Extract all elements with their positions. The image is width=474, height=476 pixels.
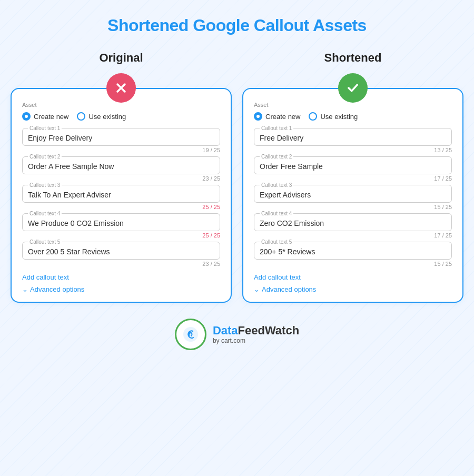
char-count-4: 15 / 25 — [254, 261, 452, 267]
original-advanced-options[interactable]: ⌄ Advanced options — [22, 285, 220, 293]
field-wrapper-3[interactable]: Callout text 4Zero CO2 Emission — [254, 213, 452, 231]
field-value-1: Order Free Sample — [260, 161, 446, 171]
field-label-2: Callout text 3 — [28, 182, 62, 188]
shortened-card: Asset Create new Use existing Callout te… — [242, 88, 463, 303]
logo-sub: by cart.com — [213, 337, 299, 344]
svg-text:f: f — [188, 331, 191, 339]
original-column: Original Asset Create new Use existing — [11, 51, 232, 303]
original-badge — [106, 73, 136, 103]
field-value-2: Expert Advisers — [260, 190, 446, 199]
shortened-radio-create[interactable]: Create new — [254, 112, 300, 121]
char-count-4: 23 / 25 — [22, 261, 220, 267]
field-wrapper-4[interactable]: Callout text 5200+ 5* Reviews — [254, 242, 452, 260]
original-radio-existing[interactable]: Use existing — [77, 112, 126, 121]
char-count-0: 13 / 25 — [254, 147, 452, 153]
shortened-radio-existing[interactable]: Use existing — [309, 112, 358, 121]
char-count-2: 15 / 25 — [254, 204, 452, 210]
footer: f DataFeedWatch by cart.com — [175, 319, 299, 350]
original-radio-create[interactable]: Create new — [22, 112, 68, 121]
field-wrapper-1[interactable]: Callout text 2Order Free Sample — [254, 156, 452, 174]
field-group-2: Callout text 3Expert Advisers15 / 25 — [254, 185, 452, 210]
field-label-3: Callout text 4 — [28, 211, 62, 216]
original-heading: Original — [99, 51, 143, 65]
field-value-4: 200+ 5* Reviews — [260, 246, 446, 256]
field-wrapper-2[interactable]: Callout text 3Talk To An Expert Adviser — [22, 185, 220, 203]
field-label-3: Callout text 4 — [260, 211, 293, 216]
char-count-1: 17 / 25 — [254, 175, 452, 182]
shortened-radio-row: Create new Use existing — [254, 112, 452, 121]
shortened-advanced-options[interactable]: ⌄ Advanced options — [254, 285, 452, 293]
original-fields: Callout text 1Enjoy Free Delivery19 / 25… — [22, 128, 220, 267]
field-value-0: Free Delivery — [260, 133, 446, 142]
page-title: Shortened Google Callout Assets — [107, 16, 367, 35]
field-group-2: Callout text 3Talk To An Expert Adviser2… — [22, 185, 220, 210]
original-add-callout[interactable]: Add callout text — [22, 273, 69, 281]
logo-text: DataFeedWatch by cart.com — [213, 324, 299, 344]
char-count-3: 25 / 25 — [22, 232, 220, 239]
field-wrapper-0[interactable]: Callout text 1Enjoy Free Delivery — [22, 128, 220, 146]
field-group-4: Callout text 5Over 200 5 Star Reviews23 … — [22, 242, 220, 267]
field-label-0: Callout text 1 — [28, 125, 62, 131]
char-count-3: 17 / 25 — [254, 232, 452, 239]
field-label-4: Callout text 5 — [28, 239, 62, 245]
field-group-0: Callout text 1Free Delivery13 / 25 — [254, 128, 452, 153]
field-group-3: Callout text 4Zero CO2 Emission17 / 25 — [254, 213, 452, 239]
field-label-1: Callout text 2 — [28, 154, 62, 160]
field-group-1: Callout text 2Order Free Sample17 / 25 — [254, 156, 452, 182]
char-count-1: 23 / 25 — [22, 175, 220, 182]
field-value-2: Talk To An Expert Adviser — [28, 190, 214, 199]
field-wrapper-4[interactable]: Callout text 5Over 200 5 Star Reviews — [22, 242, 220, 260]
field-value-1: Order A Free Sample Now — [28, 161, 214, 171]
field-label-2: Callout text 3 — [260, 182, 293, 188]
field-wrapper-2[interactable]: Callout text 3Expert Advisers — [254, 185, 452, 203]
shortened-badge — [338, 73, 368, 103]
shortened-add-callout[interactable]: Add callout text — [254, 273, 301, 281]
field-label-0: Callout text 1 — [260, 125, 293, 131]
shortened-column: Shortened Asset Create new Use existing — [242, 51, 463, 303]
field-wrapper-0[interactable]: Callout text 1Free Delivery — [254, 128, 452, 146]
field-group-3: Callout text 4We Produce 0 CO2 Emission2… — [22, 213, 220, 239]
original-card: Asset Create new Use existing Callout te… — [11, 88, 232, 303]
field-label-1: Callout text 2 — [260, 154, 293, 160]
field-value-0: Enjoy Free Delivery — [28, 133, 214, 142]
field-wrapper-1[interactable]: Callout text 2Order A Free Sample Now — [22, 156, 220, 174]
char-count-2: 25 / 25 — [22, 204, 220, 210]
field-group-4: Callout text 5200+ 5* Reviews15 / 25 — [254, 242, 452, 267]
shortened-heading: Shortened — [324, 51, 382, 65]
char-count-0: 19 / 25 — [22, 147, 220, 153]
field-label-4: Callout text 5 — [260, 239, 293, 245]
shortened-fields: Callout text 1Free Delivery13 / 25Callou… — [254, 128, 452, 267]
field-value-3: We Produce 0 CO2 Emission — [28, 218, 214, 227]
logo-name: DataFeedWatch — [213, 324, 299, 337]
logo-circle: f — [175, 319, 206, 350]
field-group-1: Callout text 2Order A Free Sample Now23 … — [22, 156, 220, 182]
field-group-0: Callout text 1Enjoy Free Delivery19 / 25 — [22, 128, 220, 153]
field-value-3: Zero CO2 Emission — [260, 218, 446, 227]
field-value-4: Over 200 5 Star Reviews — [28, 246, 214, 256]
original-radio-row: Create new Use existing — [22, 112, 220, 121]
field-wrapper-3[interactable]: Callout text 4We Produce 0 CO2 Emission — [22, 213, 220, 231]
